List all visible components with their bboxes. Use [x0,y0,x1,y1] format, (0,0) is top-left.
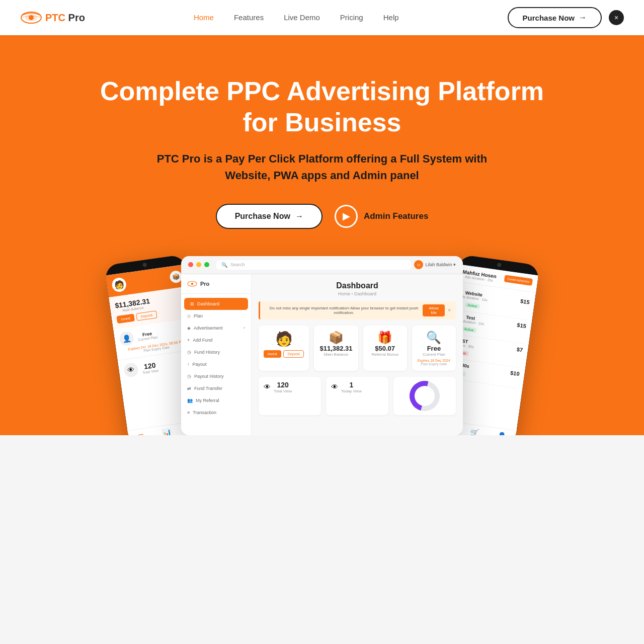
sidebar-item-transaction[interactable]: ≡ Transaction [181,407,251,419]
navbar: PTC Pro Home Features Live Demo Pricing … [0,0,644,35]
chevron-icon: › [244,326,245,330]
nav-features[interactable]: Features [234,13,264,22]
today-eye-icon: 👁 [331,383,338,391]
left-phone-invest-btn[interactable]: Invest [116,313,134,324]
stat-card-referral: 🎁 $50.07 Referral Bonus [363,326,407,371]
payouthistory-icon: ◷ [187,374,191,379]
arrow-icon [579,13,587,22]
small-stat-total-view: 👁 120 Total View [259,377,321,415]
search-icon: 🔍 [221,262,227,268]
notification-bar: Do not miss any single important notific… [259,301,456,319]
tab-dot-yellow [196,262,201,267]
donut-chart [404,375,445,417]
invest-button[interactable]: Invest [264,350,281,358]
stat-card-btns: Invest Deposit [264,350,304,358]
sidebar-item-dashboard[interactable]: ⊞ Dashboard [184,298,248,310]
right-phone-user-info: Mahfuz Hosen Ads duration · 20s [462,269,497,282]
dashboard-today-view: 1 [341,381,362,389]
nav-links: Home Features Live Demo Pricing Help [194,13,399,22]
tab-dot-red [188,262,193,267]
logo-text: PTC Pro [45,12,85,24]
left-phone-plan-info: Free Current Plan [137,330,157,341]
sidebar-transaction-label: Transaction [193,410,216,415]
purchase-now-button-nav[interactable]: Purchase Now [508,7,602,28]
transaction-icon: ≡ [187,410,190,415]
adv-status-test: Active [461,326,476,333]
balance-illustration: 📦 [319,331,353,345]
referral-illustration: 🎁 [368,331,402,345]
logo-icon [20,10,42,25]
phone-home-icon[interactable]: ⊞ [137,432,144,435]
sidebar-item-fundtransfer[interactable]: ⇄ Fund Transfer [181,382,251,394]
user-info: U Lilah Baldwin ▾ [414,260,456,269]
small-stat-donut [393,377,456,415]
stats-row-1: 🧑 Invest Deposit 📦 $11,382.31 Main Balan… [259,326,456,371]
adv-price-test: $15 [517,321,527,329]
dashboard-breadcrumb: Home › Dashboard [259,291,456,296]
adv-price-website: $15 [520,298,530,305]
adv-price-tst: $7 [516,346,523,353]
right-phone-cart-icon[interactable]: 🛒 [469,428,479,435]
stat-card-plan: 🔍 Free Current Plan Expires 18 Dec 2024 … [412,326,456,371]
notification-actions: Allow Me × [423,304,451,316]
nav-pricing[interactable]: Pricing [340,13,363,22]
sidebar-logo-text: Pro [200,281,209,287]
sidebar-item-addfund[interactable]: + Add Fund [181,334,251,346]
sidebar-item-payouthistory[interactable]: ◷ Payout History [181,370,251,382]
stats-icon: 👁 [123,362,139,378]
allow-button[interactable]: Allow Me [423,304,445,316]
fundtransfer-icon: ⇄ [187,386,191,391]
sidebar-item-plan[interactable]: ◇ Plan [181,310,251,322]
fundhistory-icon: ◷ [187,350,191,355]
sidebar-logo: Pro [181,280,251,294]
deposit-button[interactable]: Deposit [283,350,304,358]
admin-features-button[interactable]: ▶ Admin Features [335,205,428,228]
sidebar-panel: Pro ⊞ Dashboard ◇ Plan ◈ Advertisement › [181,274,252,435]
tab-dot-green [204,262,209,267]
addfund-icon: + [187,338,190,343]
nav-help[interactable]: Help [383,13,399,22]
left-phone-balance-info: $11,382.31 Main Balance [114,297,151,313]
address-bar[interactable]: 🔍 Search [216,260,411,270]
purchase-now-button-hero[interactable]: Purchase Now [216,204,323,229]
dashboard-plan: Free [417,345,451,352]
create-advertise-button[interactable]: Create Advertise [504,275,533,286]
sidebar-item-referral[interactable]: 👥 My Referral [181,394,251,407]
sidebar-ad-label: Advertisement [194,326,223,331]
screenshots-container: 🧑 📦 $11,382.31 Main Balance Invest [20,254,624,435]
tablet-content: Pro ⊞ Dashboard ◇ Plan ◈ Advertisement › [181,274,463,435]
hero-title: Complete PPC Advertising Platform for Bu… [96,75,548,138]
arrow-icon-hero [295,212,303,221]
left-phone-stats-info: 120 Total View [141,360,159,374]
phone-notch-dot [142,263,147,267]
dashboard-title: Dashboard [259,281,456,290]
sidebar-payout-label: Payout [193,362,207,367]
dashboard-expiry-label: Plan Expiry Date [417,362,451,366]
sidebar-item-advertisement[interactable]: ◈ Advertisement › [181,322,251,334]
notification-text: Do not miss any single important notific… [265,306,423,315]
phone-chart-icon[interactable]: 📊 [162,428,172,435]
plan-icon-sidebar: ◇ [187,313,191,318]
nav-livedemo[interactable]: Live Demo [284,13,320,22]
ad-icon-sidebar: ◈ [187,326,191,331]
dashboard-balance: $11,382.31 [319,345,353,352]
notification-close-icon[interactable]: × [448,307,451,313]
logo: PTC Pro [20,10,85,25]
total-view-info: 120 Total View [274,381,292,393]
sidebar-item-payout[interactable]: ↑ Payout [181,358,251,370]
left-phone-avatar: 🧑 [111,277,127,293]
sidebar-referral-label: My Referral [196,398,219,403]
right-phone-person-icon[interactable]: 👤 [497,431,507,435]
close-button[interactable]: × [609,10,624,25]
svg-point-4 [191,283,194,285]
left-phone-deposit-btn[interactable]: Deposit [136,310,157,321]
dashboard-total-view: 120 [274,381,292,389]
nav-right: Purchase Now × [508,7,624,28]
hero-section: Complete PPC Advertising Platform for Bu… [0,35,644,435]
sidebar-item-fundhistory[interactable]: ◷ Fund History [181,346,251,358]
hero-buttons: Purchase Now ▶ Admin Features [20,204,624,229]
nav-home[interactable]: Home [194,13,214,22]
adv-price-nex: $10 [510,370,520,377]
small-stats-row: 👁 120 Total View 👁 1 [259,377,456,415]
dashboard-icon: ⊞ [190,301,194,306]
